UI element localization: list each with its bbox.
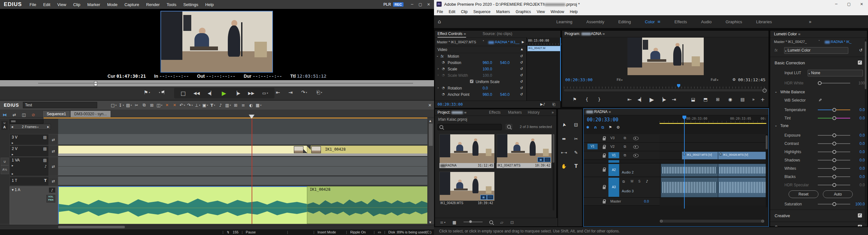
a3-lane[interactable] — [659, 177, 766, 198]
timeline-clip-a2-right[interactable] — [718, 164, 766, 177]
lock-icon[interactable] — [603, 138, 606, 140]
new-sequence-icon[interactable] — [110, 103, 118, 108]
audio-speaker-icon[interactable] — [44, 164, 47, 168]
menu-file[interactable]: File — [30, 2, 36, 7]
track-header-2v[interactable]: 2 V — [9, 146, 49, 157]
tab-sequence1[interactable]: Sequence1 — [42, 110, 70, 117]
dual-mode-icon[interactable] — [19, 112, 29, 117]
ec-master-clip[interactable]: Master * IK1_00427.MTS — [437, 40, 476, 44]
blacks-slider[interactable]: Blacks0.0 — [770, 173, 867, 181]
mark-out-icon[interactable] — [593, 97, 606, 102]
insert-icon[interactable] — [737, 97, 749, 102]
reset-param-icon[interactable] — [520, 54, 523, 58]
track-height-slider[interactable] — [9, 120, 43, 124]
workspace-color[interactable]: Color — [645, 20, 655, 24]
add-clip-icon[interactable] — [202, 103, 209, 108]
play-audio-icon[interactable] — [540, 102, 545, 106]
paste-icon[interactable] — [148, 103, 156, 108]
section-basic-correction[interactable]: Basic Correction — [770, 59, 867, 68]
menu-help[interactable]: Help — [567, 9, 581, 14]
mark-in-icon[interactable] — [581, 97, 593, 102]
colorbars-icon[interactable] — [224, 103, 232, 108]
ec-timecode[interactable]: 00:20:33:00 — [437, 102, 463, 107]
lumetri-sequence-ref[interactable]: RADNA * IK_ — [831, 40, 851, 44]
menu-clip[interactable]: Clip — [458, 9, 470, 14]
menu-view[interactable]: View — [57, 2, 66, 7]
hand-tool[interactable] — [561, 163, 566, 169]
tab-lumetri[interactable]: Lumetri Color — [774, 32, 801, 36]
add-marker-icon[interactable] — [568, 97, 581, 102]
reset-button[interactable]: Reset — [788, 190, 818, 198]
import-icon[interactable] — [118, 103, 125, 108]
program-timecode[interactable]: 00:20:33:00 — [565, 77, 593, 82]
expand-track-icon[interactable] — [12, 153, 13, 156]
track-1a-lane[interactable]: IK1_00428 — [58, 186, 427, 224]
stopwatch-icon[interactable] — [442, 92, 445, 96]
snap-magnet-icon[interactable] — [594, 125, 597, 130]
section-white-balance[interactable]: White Balance — [770, 89, 867, 96]
project-item-radna[interactable]: RADNA 31:12:45 — [439, 134, 494, 168]
chevron-down-icon[interactable] — [483, 40, 484, 44]
audio-mode-icon[interactable] — [1, 125, 8, 130]
chevron-down-icon[interactable] — [818, 40, 820, 43]
new-item-icon[interactable] — [510, 220, 514, 225]
program-ruler[interactable] — [564, 84, 767, 88]
sync-lock-icon[interactable] — [624, 136, 626, 140]
timeline-clip-v1a[interactable]: fx IK1_00427.MTS [V] — [682, 152, 718, 159]
a1-lane[interactable] — [659, 160, 766, 163]
position-y-value[interactable]: 540.0 — [500, 60, 509, 65]
track-header-a2[interactable]: A2 Audio 2 — [584, 163, 659, 177]
save-icon[interactable] — [125, 103, 133, 108]
close-button[interactable] — [855, 0, 868, 8]
timeline-tab[interactable]: RADNA — [594, 109, 607, 114]
sync-lock-icon[interactable] — [29, 112, 38, 117]
track-3v-swap[interactable] — [49, 134, 58, 145]
basic-correction-checkbox[interactable] — [858, 60, 862, 64]
menu-render[interactable]: Render — [146, 2, 160, 7]
sync-lock-icon[interactable] — [624, 145, 626, 149]
solo-button[interactable]: S — [638, 180, 641, 183]
comparison-view-icon[interactable] — [712, 97, 724, 102]
thumbnail-zoom-slider[interactable] — [464, 221, 483, 222]
expand-track-icon[interactable] — [12, 141, 13, 145]
workspace-libraries[interactable]: Libraries — [756, 20, 772, 24]
voiceover-record-icon[interactable] — [646, 179, 648, 183]
position-x-value[interactable]: 960.0 — [483, 60, 492, 65]
expand-track-icon[interactable] — [12, 172, 13, 176]
project-item-00427[interactable]: ▦ ᎒᎒᎒ IK1_00427.MTS 10:39:42 — [497, 134, 551, 168]
timeline-clip-a3-right[interactable] — [718, 177, 766, 198]
ec-playhead[interactable] — [560, 37, 561, 101]
temperature-slider[interactable]: Temperature 0.0 — [770, 106, 867, 114]
scale-value[interactable]: 100.0 — [483, 67, 492, 71]
workspace-learning[interactable]: Learning — [556, 20, 572, 24]
track-header-v2[interactable]: V1 V2 — [584, 143, 659, 151]
timeline-clip-a2-left[interactable] — [661, 164, 718, 177]
track-a3-target[interactable]: A3 — [609, 178, 619, 197]
maximize-button[interactable] — [843, 0, 855, 8]
rotation-value[interactable]: 0.0 — [483, 86, 488, 90]
settings-wrench-icon[interactable] — [732, 77, 736, 82]
project-vscrollbar[interactable] — [553, 134, 554, 210]
ec-sequence-ref[interactable]: RADNA * IK1__ — [495, 40, 520, 44]
tab-markers[interactable]: Markers — [508, 110, 522, 115]
master-db-value[interactable]: 0.0 — [644, 199, 649, 203]
set-in-point-button[interactable] — [144, 89, 150, 96]
menu-markers[interactable]: Markers — [493, 9, 513, 14]
ec-video-section[interactable]: Video — [435, 47, 526, 53]
contrast-slider[interactable]: Contrast0.0 — [770, 139, 867, 148]
menu-sequence[interactable]: Sequence — [470, 9, 493, 14]
v2-lane[interactable] — [659, 143, 766, 151]
home-icon[interactable] — [438, 19, 441, 25]
track-1t-lane[interactable] — [58, 177, 427, 186]
reset-param-icon[interactable] — [520, 86, 523, 90]
track-2v-lane[interactable]: IK1_00428 — [58, 146, 427, 157]
timeline-playhead-handle[interactable] — [249, 115, 254, 119]
status-insert-mode[interactable]: Insert Mode — [317, 230, 343, 234]
ptimeline-hscrollbar[interactable] — [659, 220, 765, 223]
creative-checkbox[interactable] — [858, 213, 862, 217]
mute-button[interactable]: M — [631, 180, 633, 183]
project-item-thumbnail[interactable]: ▦ ᎒᎒᎒ — [497, 134, 552, 163]
menu-tools[interactable]: Tools — [167, 2, 176, 7]
ec-position-row[interactable]: Position960.0540.0 — [435, 59, 526, 66]
stopwatch-icon[interactable] — [442, 60, 445, 64]
